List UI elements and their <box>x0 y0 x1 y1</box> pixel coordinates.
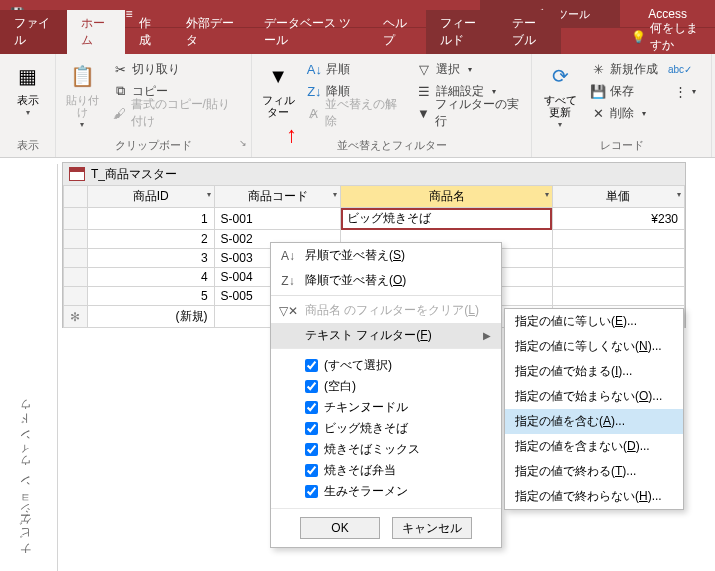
dropdown-icon[interactable]: ▾ <box>333 190 337 199</box>
cut-button[interactable]: ✂切り取り <box>108 58 245 80</box>
spell-check-button[interactable]: abc✓ <box>668 58 700 80</box>
tab-fields[interactable]: フィールド <box>426 10 497 54</box>
dropdown-icon: ▾ <box>80 120 84 129</box>
chk-item[interactable]: 焼きそば弁当 <box>305 460 489 481</box>
submenu-item[interactable]: 指定の値に等しい(E)... <box>505 309 683 334</box>
view-button[interactable]: ▦ 表示 ▾ <box>6 58 49 119</box>
ok-button[interactable]: OK <box>300 517 380 539</box>
chk-label: 焼きそば弁当 <box>324 462 396 479</box>
submenu-item[interactable]: 指定の値で終わる(T)... <box>505 459 683 484</box>
toggle-filter-button[interactable]: ▼フィルターの実行 <box>412 102 525 124</box>
refresh-label: すべて 更新 <box>544 94 577 118</box>
tab-table[interactable]: テーブル <box>498 10 561 54</box>
checkbox[interactable] <box>305 359 318 372</box>
tab-file[interactable]: ファイル <box>0 10 67 54</box>
refresh-all-button[interactable]: ⟳ すべて 更新 ▾ <box>538 58 582 131</box>
selection-button[interactable]: ▽選択▾ <box>412 58 525 80</box>
cell[interactable] <box>552 230 684 249</box>
cell[interactable]: (新規) <box>87 306 214 328</box>
cell[interactable]: 2 <box>87 230 214 249</box>
advanced-icon: ☰ <box>416 83 432 99</box>
menu-sort-desc[interactable]: Z↓降順で並べ替え(O) <box>271 268 501 293</box>
submenu-item[interactable]: 指定の値を含む(A)... <box>505 409 683 434</box>
menu-label: 昇順で並べ替え( <box>305 248 393 262</box>
col-header[interactable]: 単価▾ <box>552 186 684 208</box>
new-label: 新規作成 <box>610 61 658 78</box>
chk-select-all[interactable]: (すべて選択) <box>305 355 489 376</box>
sort-asc-button[interactable]: A↓昇順 <box>302 58 404 80</box>
col-header[interactable]: 商品名▾ <box>341 186 552 208</box>
tab-help[interactable]: ヘルプ <box>369 10 426 54</box>
navigation-pane[interactable]: ナビゲーション ウィンドウ <box>0 164 58 571</box>
save-record-button[interactable]: 💾保存 <box>586 80 662 102</box>
chk-label: チキンヌードル <box>324 399 408 416</box>
new-row-indicator: ✻ <box>64 306 88 328</box>
chk-item[interactable]: チキンヌードル <box>305 397 489 418</box>
checkbox[interactable] <box>305 464 318 477</box>
menu-text-filters[interactable]: テキスト フィルター(F)▶ <box>271 323 501 348</box>
dropdown-icon[interactable]: ▾ <box>677 190 681 199</box>
chk-item[interactable]: 生みそラーメン <box>305 481 489 502</box>
menu-clear-filter[interactable]: ▽✕商品名 のフィルターをクリア(L) <box>271 298 501 323</box>
datasheet-tab[interactable]: T_商品マスター <box>63 163 685 185</box>
cell[interactable]: ¥230 <box>552 208 684 230</box>
cell[interactable]: 3 <box>87 249 214 268</box>
cell[interactable]: 1 <box>87 208 214 230</box>
paste-button[interactable]: 📋 貼り付け ▾ <box>62 58 102 131</box>
chk-item[interactable]: 焼きそばミックス <box>305 439 489 460</box>
chk-blank[interactable]: (空白) <box>305 376 489 397</box>
group-clipboard: 📋 貼り付け ▾ ✂切り取り ⧉コピー 🖌書式のコピー/貼り付け クリップボード <box>56 54 252 157</box>
view-label: 表示 <box>17 94 39 106</box>
delete-record-button[interactable]: ✕削除▾ <box>586 102 662 124</box>
tab-database-tools[interactable]: データベース ツール <box>250 10 369 54</box>
col-header[interactable]: 商品コード▾ <box>214 186 341 208</box>
group-label-clipboard: クリップボード <box>56 136 251 157</box>
menu-sort-asc[interactable]: A↓昇順で並べ替え(S) <box>271 243 501 268</box>
new-record-button[interactable]: ✳新規作成 <box>586 58 662 80</box>
cell-editing[interactable]: ビッグ焼きそば <box>341 208 552 230</box>
more-icon: ⋮ <box>672 83 688 99</box>
chk-label: (空白) <box>324 378 356 395</box>
checkbox[interactable] <box>305 401 318 414</box>
delete-icon: ✕ <box>590 105 606 121</box>
tab-create[interactable]: 作成 <box>125 10 173 54</box>
accel: S <box>393 248 401 262</box>
cell[interactable]: S-001 <box>214 208 341 230</box>
submenu-item[interactable]: 指定の値を含まない(D)... <box>505 434 683 459</box>
menu-label: テキスト フィルター( <box>305 328 420 342</box>
dropdown-icon[interactable]: ▾ <box>207 190 211 199</box>
checkbox[interactable] <box>305 443 318 456</box>
col-header[interactable]: 商品ID▾ <box>87 186 214 208</box>
submenu-item[interactable]: 指定の値で始まらない(O)... <box>505 384 683 409</box>
cell[interactable]: 4 <box>87 268 214 287</box>
dropdown-icon[interactable]: ▾ <box>545 190 549 199</box>
clear-sort-button[interactable]: A̷並べ替えの解除 <box>302 102 404 124</box>
format-painter-button[interactable]: 🖌書式のコピー/貼り付け <box>108 102 245 124</box>
filter-context-menu: A↓昇順で並べ替え(S) Z↓降順で並べ替え(O) ▽✕商品名 のフィルターをク… <box>270 242 502 548</box>
submenu-item[interactable]: 指定の値に等しくない(N)... <box>505 334 683 359</box>
submenu-item[interactable]: 指定の値で始まる(I)... <box>505 359 683 384</box>
chk-item[interactable]: ビッグ焼きそば <box>305 418 489 439</box>
group-records: ⟳ すべて 更新 ▾ ✳新規作成 💾保存 ✕削除▾ abc✓ ⋮▾ レコード <box>532 54 712 157</box>
tab-home[interactable]: ホーム <box>67 10 124 54</box>
cell[interactable] <box>552 249 684 268</box>
chk-label: ビッグ焼きそば <box>324 420 408 437</box>
checkbox[interactable] <box>305 422 318 435</box>
submenu-item[interactable]: 指定の値で終わらない(H)... <box>505 484 683 509</box>
cell[interactable] <box>552 268 684 287</box>
more-button[interactable]: ⋮▾ <box>668 80 700 102</box>
group-label-sort: 並べ替えとフィルター <box>252 136 531 157</box>
tab-external-data[interactable]: 外部データ <box>172 10 249 54</box>
cancel-button[interactable]: キャンセル <box>392 517 472 539</box>
paste-label: 貼り付け <box>64 94 100 118</box>
checkbox[interactable] <box>305 380 318 393</box>
table-row[interactable]: 1S-001ビッグ焼きそば¥230 <box>64 208 685 230</box>
cell[interactable] <box>552 287 684 306</box>
accel: F <box>420 328 427 342</box>
checkbox[interactable] <box>305 485 318 498</box>
chk-label: 焼きそばミックス <box>324 441 420 458</box>
tell-me[interactable]: 💡 何をしますか <box>621 20 716 54</box>
cell[interactable]: 5 <box>87 287 214 306</box>
select-all[interactable] <box>64 186 88 208</box>
filter-button[interactable]: ▼ フィルター <box>258 58 298 120</box>
